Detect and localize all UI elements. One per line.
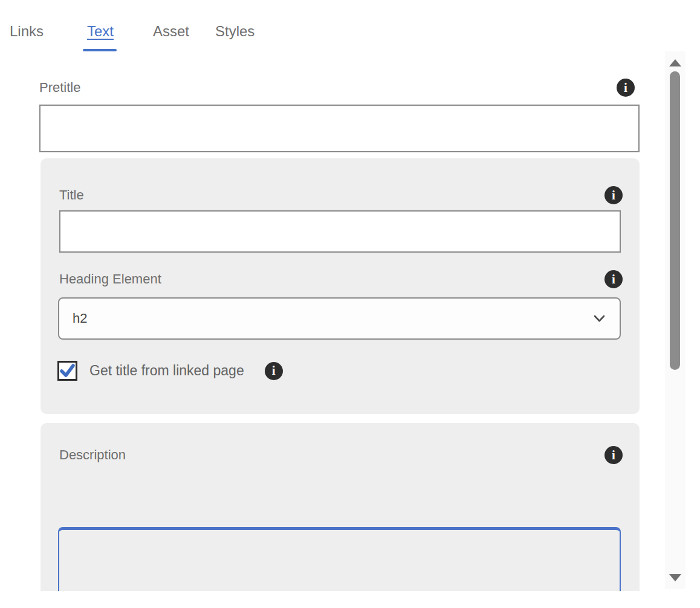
title-panel: Title i Heading Element i h2 Get title f… [41, 158, 640, 414]
tab-links[interactable]: Links [10, 23, 44, 40]
checkmark-icon [59, 363, 76, 379]
pretitle-input[interactable] [39, 105, 640, 152]
get-title-checkbox-label[interactable]: Get title from linked page [89, 363, 244, 379]
active-tab-indicator [83, 49, 117, 51]
title-field-header: Title i [59, 185, 623, 205]
description-panel: Description i [41, 423, 640, 591]
pretitle-label: Pretitle [39, 80, 80, 95]
get-title-checkbox-row: Get title from linked page i [57, 361, 283, 381]
tab-styles[interactable]: Styles [215, 23, 254, 40]
vertical-scrollbar[interactable] [665, 51, 685, 589]
description-textarea[interactable] [58, 527, 621, 591]
scroll-up-icon[interactable] [669, 59, 681, 66]
info-icon[interactable]: i [604, 186, 623, 204]
tab-asset[interactable]: Asset [153, 23, 189, 40]
info-icon[interactable]: i [617, 79, 635, 97]
heading-element-field-header: Heading Element i [59, 269, 623, 289]
scroll-down-icon[interactable] [669, 574, 681, 581]
tab-bar: Links Text Asset Styles [0, 0, 700, 57]
description-field-header: Description i [59, 445, 623, 465]
info-icon[interactable]: i [604, 446, 623, 464]
heading-element-selected-value: h2 [73, 311, 87, 326]
heading-element-select[interactable]: h2 [58, 297, 621, 340]
info-icon[interactable]: i [265, 362, 283, 380]
info-icon[interactable]: i [604, 270, 623, 288]
heading-element-label: Heading Element [59, 271, 161, 287]
scrollbar-thumb[interactable] [670, 71, 680, 370]
tab-text[interactable]: Text [87, 23, 114, 40]
title-input[interactable] [59, 210, 621, 253]
chevron-down-icon [594, 315, 605, 323]
pretitle-field-header: Pretitle i [39, 77, 635, 98]
title-label: Title [59, 187, 84, 203]
description-label: Description [59, 447, 126, 463]
get-title-checkbox[interactable] [57, 361, 77, 381]
